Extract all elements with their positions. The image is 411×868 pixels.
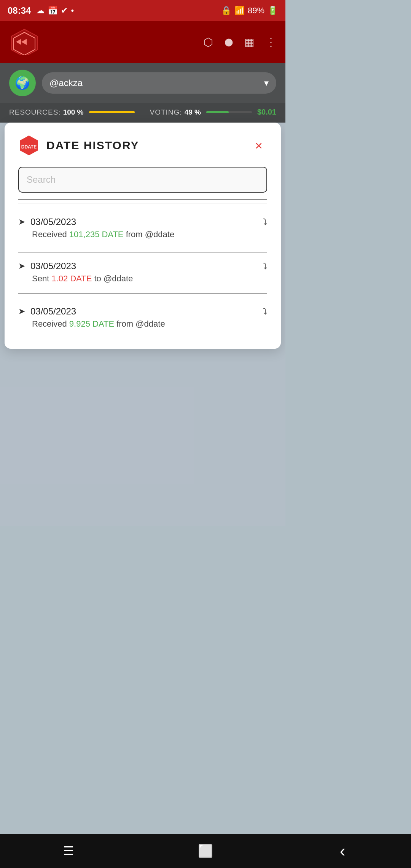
tx-amount-3: 9.925 DATE [69, 319, 114, 329]
tx-arrow-icon-2: ➤ [18, 261, 25, 271]
tx-header-left-1: ➤ 03/05/2023 [18, 217, 76, 227]
dollar-value: $0.01 [257, 108, 276, 116]
voting-item: VOTING: 49 % [150, 108, 252, 116]
status-right: 🔒 📶 89% 🔋 [221, 6, 278, 16]
avatar-emoji: 🌍 [15, 76, 30, 90]
tx-amount-2: 1.02 DATE [51, 274, 92, 283]
tx-chevron-icon-2[interactable]: ⤵ [263, 261, 267, 271]
circle-icon[interactable]: ⬤ [225, 37, 233, 46]
divider-top-3 [18, 208, 267, 208]
divider-mid-1a [18, 248, 267, 248]
tx-desc-3: Received 9.925 DATE from @ddate [18, 319, 267, 329]
user-bar: 🌍 @ackza ▾ [0, 63, 285, 103]
tx-date-1: 03/05/2023 [30, 217, 76, 227]
battery-icon: 🔋 [268, 6, 278, 16]
username-dropdown[interactable]: @ackza ▾ [42, 72, 276, 94]
tx-header-1: ➤ 03/05/2023 ⤵ [18, 217, 267, 227]
modal-header-left: DDATE DATE HISTORY [18, 135, 139, 156]
divider-top-1 [18, 199, 267, 200]
search-container [18, 167, 267, 193]
dropdown-chevron-icon: ▾ [264, 78, 269, 88]
tx-header-left-2: ➤ 03/05/2023 [18, 261, 76, 271]
battery-label: 89% [248, 6, 264, 16]
transaction-item-3[interactable]: ➤ 03/05/2023 ⤵ Received 9.925 DATE from … [18, 299, 267, 333]
tx-desc-suffix-3: from @ddate [114, 319, 165, 329]
resources-label: RESOURCES: [9, 108, 61, 116]
cloud-icon: ☁ [36, 6, 45, 16]
divider-mid-2 [18, 294, 267, 294]
more-icon[interactable]: ⋮ [266, 36, 276, 48]
avatar: 🌍 [9, 70, 36, 96]
tx-desc-suffix-1: from @ddate [124, 230, 175, 239]
resources-item: RESOURCES: 100 % [9, 108, 135, 116]
signal-icon: 📶 [234, 6, 245, 16]
app-bar-icons: ⬡ ⬤ ▦ ⋮ [203, 35, 276, 49]
tx-desc-suffix-2: to @ddate [92, 274, 133, 283]
resources-bar: RESOURCES: 100 % VOTING: 49 % $0.01 [0, 103, 285, 123]
tx-arrow-icon-1: ➤ [18, 217, 25, 227]
calendar-icon: 📅 [48, 6, 58, 16]
shield-icon: 🔒 [221, 6, 231, 16]
username-label: @ackza [49, 78, 83, 88]
close-button[interactable]: × [250, 137, 267, 154]
voting-bar-wrap [206, 111, 252, 113]
tx-header-left-3: ➤ 03/05/2023 [18, 306, 76, 317]
app-bar: ⬡ ⬤ ▦ ⋮ [0, 21, 285, 63]
status-bar: 08:34 ☁ 📅 ✔ • 🔒 📶 89% 🔋 [0, 0, 285, 21]
modal-overlay: DDATE DATE HISTORY × ➤ 03/05/2023 ⤵ [0, 123, 285, 526]
svg-text:DDATE: DDATE [21, 144, 37, 150]
voting-value: 49 % [185, 108, 201, 116]
tx-header-2: ➤ 03/05/2023 ⤵ [18, 261, 267, 271]
transaction-item-1[interactable]: ➤ 03/05/2023 ⤵ Received 101,235 DATE fro… [18, 210, 267, 244]
tx-amount-1: 101,235 DATE [69, 230, 124, 239]
status-left: 08:34 ☁ 📅 ✔ • [8, 5, 74, 16]
tx-arrow-icon-3: ➤ [18, 306, 25, 316]
cube-icon[interactable]: ⬡ [203, 35, 213, 49]
tx-chevron-icon-1[interactable]: ⤵ [263, 217, 267, 227]
modal-title: DATE HISTORY [46, 139, 139, 152]
ddate-logo-icon: DDATE [18, 135, 40, 156]
tx-desc-1: Received 101,235 DATE from @ddate [18, 230, 267, 239]
resources-value: 100 % [63, 108, 84, 116]
status-time: 08:34 [8, 5, 31, 16]
tx-desc-2: Sent 1.02 DATE to @ddate [18, 274, 267, 284]
tx-desc-prefix-3: Received [32, 319, 69, 329]
tx-date-3: 03/05/2023 [30, 306, 76, 317]
modal-dialog: DDATE DATE HISTORY × ➤ 03/05/2023 ⤵ [5, 123, 281, 349]
tx-chevron-icon-3[interactable]: ⤵ [263, 306, 267, 316]
close-icon: × [255, 139, 263, 152]
voting-bar-fill [206, 111, 229, 113]
tx-date-2: 03/05/2023 [30, 261, 76, 271]
tx-desc-prefix-1: Received [32, 230, 69, 239]
divider-mid-1b [18, 252, 267, 252]
modal-header: DDATE DATE HISTORY × [18, 135, 267, 156]
tx-desc-prefix-2: Sent [32, 274, 51, 283]
transaction-item-2[interactable]: ➤ 03/05/2023 ⤵ Sent 1.02 DATE to @ddate [18, 254, 267, 288]
voting-label: VOTING: [150, 108, 182, 116]
check-icon: ✔ [61, 6, 68, 16]
hive-logo [9, 29, 40, 55]
resources-bar-wrap [89, 111, 135, 113]
resources-bar-fill [89, 111, 135, 113]
search-input[interactable] [18, 167, 267, 193]
tx-header-3: ➤ 03/05/2023 ⤵ [18, 306, 267, 317]
qr-icon[interactable]: ▦ [244, 36, 254, 48]
divider-top-2 [18, 204, 267, 204]
dot-icon: • [71, 6, 74, 16]
